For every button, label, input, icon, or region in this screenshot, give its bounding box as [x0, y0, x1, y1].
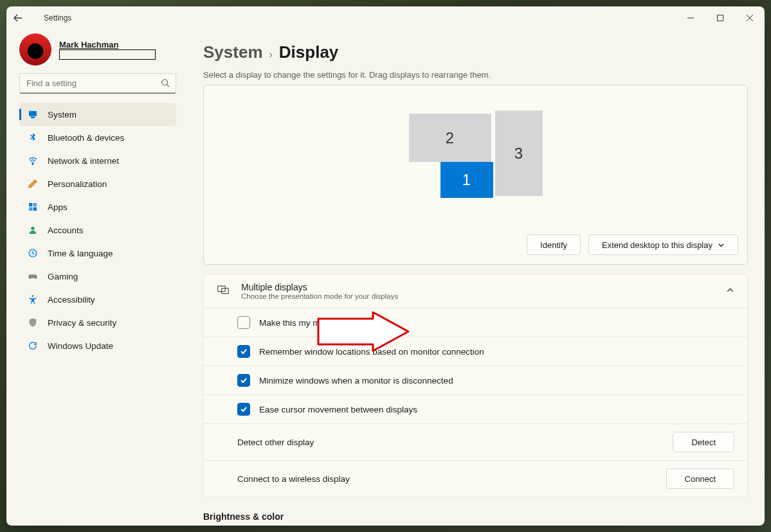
- page-title: Display: [279, 42, 339, 62]
- sidebar-item-label: Accounts: [48, 226, 84, 235]
- svg-point-8: [32, 163, 33, 164]
- time-icon: [27, 247, 39, 259]
- multiple-displays-title: Multiple displays: [241, 282, 398, 292]
- gaming-icon: [27, 270, 39, 282]
- sidebar: Mark Hachman SystemBluetooth & devicesNe…: [6, 30, 186, 526]
- checkbox-ease[interactable]: [237, 403, 250, 416]
- window-controls: [676, 6, 765, 30]
- option-remember[interactable]: Remember window locations based on monit…: [204, 337, 747, 366]
- checkbox-main[interactable]: [237, 316, 250, 329]
- detect-other-display-row: Detect other display Detect: [204, 423, 747, 460]
- arrange-subtitle: Select a display to change the settings …: [203, 70, 748, 80]
- sidebar-item-system[interactable]: System: [19, 103, 176, 126]
- svg-point-13: [31, 227, 34, 230]
- accessibility-icon: [27, 294, 39, 305]
- svg-rect-11: [29, 208, 32, 211]
- network-icon: [27, 155, 39, 166]
- sidebar-item-label: Time & language: [48, 249, 113, 258]
- bluetooth-icon: [27, 132, 39, 143]
- sidebar-item-bluetooth[interactable]: Bluetooth & devices: [19, 126, 176, 149]
- connect-wireless-row: Connect to a wireless display Connect: [204, 460, 747, 497]
- sidebar-item-label: Apps: [48, 202, 68, 212]
- option-ease[interactable]: Ease cursor movement between displays: [204, 395, 747, 423]
- monitor-arrangement-panel: 2 3 1 Identify Extend desktop to this di…: [203, 85, 748, 265]
- window-title: Settings: [44, 13, 71, 22]
- nav-list: SystemBluetooth & devicesNetwork & inter…: [19, 103, 176, 357]
- monitor-3[interactable]: 3: [495, 111, 543, 196]
- chevron-right-icon: ›: [269, 49, 273, 60]
- presentation-mode-label: Extend desktop to this display: [602, 240, 712, 250]
- sidebar-item-label: Network & internet: [48, 156, 119, 166]
- sidebar-item-apps[interactable]: Apps: [19, 195, 176, 218]
- option-label: Minimize windows when a monitor is disco…: [259, 376, 453, 386]
- main-content[interactable]: System › Display Select a display to cha…: [186, 30, 765, 526]
- monitor-2[interactable]: 2: [409, 114, 491, 162]
- svg-point-4: [162, 80, 168, 85]
- personalization-icon: [27, 178, 39, 190]
- apps-icon: [27, 201, 39, 213]
- monitor-canvas[interactable]: 2 3 1: [213, 94, 738, 229]
- privacy-icon: [27, 317, 39, 328]
- settings-window: Settings Mark Hachman: [6, 6, 765, 526]
- option-minimize[interactable]: Minimize windows when a monitor is disco…: [204, 366, 747, 395]
- option-label: Remember window locations based on monit…: [259, 347, 484, 357]
- chevron-down-icon: [718, 242, 725, 249]
- update-icon: [27, 340, 39, 351]
- search-input[interactable]: [19, 73, 176, 94]
- minimize-button[interactable]: [676, 6, 705, 30]
- titlebar: Settings: [6, 6, 765, 30]
- search-box[interactable]: [19, 73, 176, 94]
- checkbox-remember[interactable]: [237, 345, 250, 358]
- connect-button[interactable]: Connect: [666, 468, 734, 489]
- multiple-displays-card: Multiple displays Choose the presentatio…: [203, 274, 748, 497]
- option-main[interactable]: Make this my main display: [204, 308, 747, 337]
- sidebar-item-label: Windows Update: [48, 341, 113, 351]
- checkbox-minimize[interactable]: [237, 374, 250, 387]
- account-name: Mark Hachman: [59, 40, 156, 49]
- svg-line-5: [167, 85, 170, 87]
- sidebar-item-label: Personalization: [48, 179, 107, 189]
- monitor-1[interactable]: 1: [440, 162, 493, 198]
- search-icon: [161, 78, 170, 90]
- svg-rect-9: [29, 203, 32, 206]
- sidebar-item-personalization[interactable]: Personalization: [19, 172, 176, 195]
- sidebar-item-accounts[interactable]: Accounts: [19, 218, 176, 242]
- multiple-displays-header[interactable]: Multiple displays Choose the presentatio…: [204, 274, 747, 308]
- sidebar-item-label: Gaming: [48, 272, 78, 281]
- brightness-section-heading: Brightness & color: [203, 511, 748, 522]
- sidebar-item-label: Bluetooth & devices: [48, 133, 124, 143]
- multiple-displays-subtitle: Choose the presentation mode for your di…: [241, 292, 398, 300]
- system-icon: [27, 109, 39, 120]
- account-header[interactable]: Mark Hachman: [19, 33, 176, 66]
- svg-rect-1: [718, 15, 723, 21]
- svg-rect-12: [33, 208, 37, 211]
- sidebar-item-time[interactable]: Time & language: [19, 242, 176, 265]
- maximize-button[interactable]: [705, 6, 735, 30]
- avatar: [19, 33, 51, 66]
- option-label: Ease cursor movement between displays: [259, 405, 417, 414]
- identify-button[interactable]: Identify: [527, 235, 581, 255]
- sidebar-item-gaming[interactable]: Gaming: [19, 265, 176, 288]
- sidebar-item-label: Accessibility: [48, 295, 95, 305]
- back-button[interactable]: [6, 6, 30, 30]
- presentation-mode-dropdown[interactable]: Extend desktop to this display: [588, 235, 738, 255]
- sidebar-item-privacy[interactable]: Privacy & security: [19, 311, 176, 334]
- breadcrumb: System › Display: [203, 42, 748, 62]
- sidebar-item-update[interactable]: Windows Update: [19, 334, 176, 357]
- sidebar-item-label: System: [48, 110, 77, 120]
- detect-button[interactable]: Detect: [673, 432, 734, 452]
- option-label: Make this my main display: [259, 318, 361, 328]
- svg-rect-10: [33, 203, 37, 206]
- svg-rect-6: [29, 111, 37, 116]
- sidebar-item-network[interactable]: Network & internet: [19, 149, 176, 172]
- close-button[interactable]: [735, 6, 765, 30]
- displays-icon: [217, 283, 230, 299]
- sidebar-item-accessibility[interactable]: Accessibility: [19, 288, 176, 311]
- detect-label: Detect other display: [237, 438, 314, 447]
- svg-rect-7: [31, 117, 34, 118]
- accounts-icon: [27, 224, 39, 236]
- account-email: [59, 49, 156, 60]
- breadcrumb-parent[interactable]: System: [203, 42, 263, 62]
- sidebar-item-label: Privacy & security: [48, 318, 116, 328]
- chevron-up-icon: [726, 285, 734, 297]
